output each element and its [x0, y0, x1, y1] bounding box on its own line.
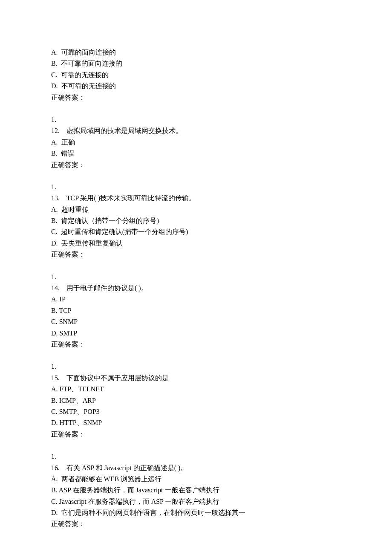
question-stem: 16. 有关 ASP 和 Javascript 的正确描述是( )。 — [51, 462, 341, 474]
section-number: 1. — [51, 272, 341, 283]
question-stem: 13. TCP 采用( )技术来实现可靠比特流的传输。 — [51, 193, 341, 204]
option-a: A. 超时重传 — [51, 204, 341, 215]
question-stem: 12. 虚拟局域网的技术是局域网交换技术。 — [51, 125, 341, 136]
answer-label: 正确答案： — [51, 518, 341, 529]
question-block-12: 1. 12. 虚拟局域网的技术是局域网交换技术。 A. 正确 B. 错误 正确答… — [51, 114, 341, 171]
option-c: C. SMTP、POP3 — [51, 406, 341, 417]
option-d: D. 不可靠的无连接的 — [51, 81, 341, 92]
option-c: C. Javascript 在服务器端执行，而 ASP 一般在客户端执行 — [51, 496, 341, 507]
option-c: C. SNMP — [51, 316, 341, 327]
option-a: A. 可靠的面向连接的 — [51, 47, 341, 58]
question-stem: 14. 用于电子邮件的协议是( )。 — [51, 283, 341, 294]
question-stem: 15. 下面协议中不属于应用层协议的是 — [51, 373, 341, 384]
option-b: B. ASP 在服务器端执行，而 Javascript 一般在客户端执行 — [51, 485, 341, 496]
option-c: C. 可靠的无连接的 — [51, 69, 341, 81]
section-number: 1. — [51, 361, 341, 372]
document-page: A. 可靠的面向连接的 B. 不可靠的面向连接的 C. 可靠的无连接的 D. 不… — [51, 47, 341, 530]
option-a: A. 两者都能够在 WEB 浏览器上运行 — [51, 474, 341, 485]
section-number: 1. — [51, 182, 341, 193]
question-block-14: 1. 14. 用于电子邮件的协议是( )。 A. IP B. TCP C. SN… — [51, 272, 341, 350]
option-c: C. 超时重传和肯定确认(捎带一个分组的序号) — [51, 226, 341, 237]
answer-label: 正确答案： — [51, 249, 341, 260]
question-block-13: 1. 13. TCP 采用( )技术来实现可靠比特流的传输。 A. 超时重传 B… — [51, 182, 341, 260]
section-number: 1. — [51, 114, 341, 125]
answer-label: 正确答案： — [51, 429, 341, 440]
option-b: B. 不可靠的面向连接的 — [51, 58, 341, 69]
question-block-16: 1. 16. 有关 ASP 和 Javascript 的正确描述是( )。 A.… — [51, 451, 341, 530]
option-b: B. 错误 — [51, 148, 341, 159]
option-b: B. TCP — [51, 305, 341, 316]
section-number: 1. — [51, 451, 341, 462]
option-d: D. SMTP — [51, 328, 341, 339]
option-b: B. 肯定确认（捎带一个分组的序号） — [51, 215, 341, 226]
option-a: A. IP — [51, 294, 341, 305]
option-d: D. HTTP、SNMP — [51, 417, 341, 428]
answer-label: 正确答案： — [51, 92, 341, 103]
option-a: A. FTP、TELNET — [51, 384, 341, 395]
option-a: A. 正确 — [51, 137, 341, 148]
option-d: D. 丢失重传和重复确认 — [51, 238, 341, 249]
option-d: D. 它们是两种不同的网页制作语言，在制作网页时一般选择其一 — [51, 507, 341, 518]
option-b: B. ICMP、ARP — [51, 395, 341, 406]
question-block-11-partial: A. 可靠的面向连接的 B. 不可靠的面向连接的 C. 可靠的无连接的 D. 不… — [51, 47, 341, 103]
answer-label: 正确答案： — [51, 339, 341, 350]
answer-label: 正确答案： — [51, 159, 341, 171]
question-block-15: 1. 15. 下面协议中不属于应用层协议的是 A. FTP、TELNET B. … — [51, 361, 341, 440]
